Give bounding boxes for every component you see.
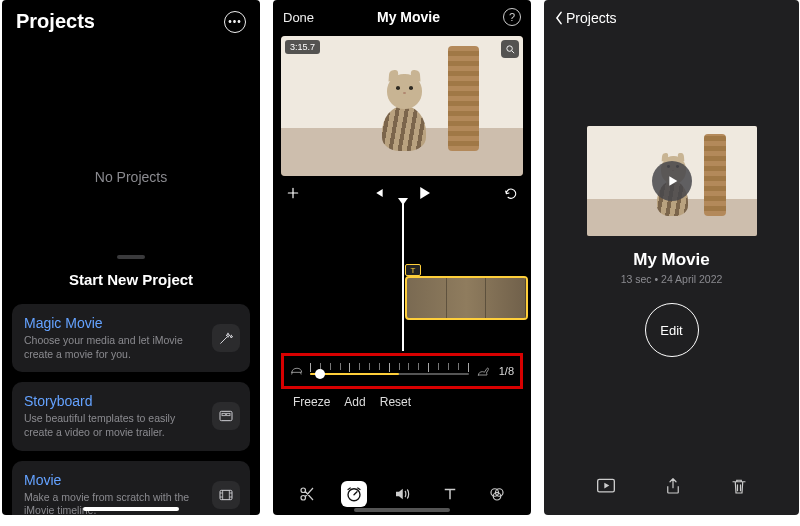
- editor-panel: Done My Movie ? 3:15.7 T: [273, 0, 531, 515]
- delete-project-button[interactable]: [730, 477, 748, 497]
- home-indicator: [83, 507, 179, 511]
- add-media-button[interactable]: [285, 185, 301, 201]
- reset-speed-button[interactable]: Reset: [380, 395, 411, 409]
- speed-control-highlight: 1/8: [281, 353, 523, 389]
- time-remaining-badge: 3:15.7: [285, 40, 320, 54]
- svg-point-4: [506, 45, 512, 51]
- sheet-grabber[interactable]: [117, 255, 145, 259]
- option-title: Storyboard: [24, 393, 206, 409]
- film-icon: [212, 481, 240, 509]
- add-speed-button[interactable]: Add: [344, 395, 365, 409]
- option-title: Movie: [24, 472, 206, 488]
- clip-toolbar: [273, 481, 531, 507]
- volume-tool-button[interactable]: [389, 481, 415, 507]
- project-subtitle: 13 sec • 24 April 2022: [544, 273, 799, 285]
- editor-title: My Movie: [377, 9, 440, 25]
- project-thumbnail[interactable]: [587, 126, 757, 236]
- no-projects-label: No Projects: [2, 169, 260, 185]
- svg-rect-2: [227, 414, 230, 416]
- projects-panel: Projects ••• No Projects Start New Proje…: [2, 0, 260, 515]
- wand-icon: [212, 324, 240, 352]
- titles-tool-button[interactable]: [437, 481, 463, 507]
- title-badge-icon: T: [405, 264, 421, 276]
- speed-value: 1/8: [499, 365, 514, 377]
- storyboard-icon: [212, 402, 240, 430]
- video-preview[interactable]: 3:15.7: [281, 36, 523, 176]
- svg-rect-3: [220, 490, 232, 499]
- home-indicator: [354, 508, 450, 512]
- play-overlay-button[interactable]: [652, 161, 692, 201]
- option-desc: Use beautiful templates to easily create…: [24, 412, 206, 439]
- done-button[interactable]: Done: [283, 10, 314, 25]
- option-magic-movie[interactable]: Magic Movie Choose your media and let iM…: [12, 304, 250, 372]
- share-project-button[interactable]: [664, 477, 682, 497]
- projects-title: Projects: [16, 10, 95, 33]
- play-button[interactable]: [415, 184, 433, 202]
- rabbit-icon: [475, 364, 491, 378]
- svg-rect-1: [222, 414, 225, 416]
- freeze-button[interactable]: Freeze: [293, 395, 330, 409]
- zoom-button[interactable]: [501, 40, 519, 58]
- timeline[interactable]: T: [273, 206, 531, 351]
- speed-slider[interactable]: [310, 363, 469, 379]
- more-options-button[interactable]: •••: [224, 11, 246, 33]
- speed-tool-button[interactable]: [341, 481, 367, 507]
- playhead[interactable]: [402, 202, 404, 351]
- option-storyboard[interactable]: Storyboard Use beautiful templates to ea…: [12, 382, 250, 450]
- edit-button[interactable]: Edit: [645, 303, 699, 357]
- back-button[interactable]: Projects: [554, 10, 617, 26]
- start-new-project-header: Start New Project: [2, 271, 260, 288]
- option-title: Magic Movie: [24, 315, 206, 331]
- tortoise-icon: [290, 364, 304, 378]
- chevron-left-icon: [554, 11, 564, 25]
- selected-clip[interactable]: T: [405, 276, 528, 320]
- option-desc: Choose your media and let iMovie create …: [24, 334, 206, 361]
- filters-tool-button[interactable]: [484, 481, 510, 507]
- option-desc: Make a movie from scratch with the iMovi…: [24, 491, 206, 515]
- undo-button[interactable]: [503, 185, 519, 201]
- project-detail-panel: Projects My Movie 13 sec • 24 April 2022…: [544, 0, 799, 515]
- play-project-button[interactable]: [596, 477, 616, 497]
- actions-tool-button[interactable]: [294, 481, 320, 507]
- help-button[interactable]: ?: [503, 8, 521, 26]
- back-label: Projects: [566, 10, 617, 26]
- prev-frame-button[interactable]: [371, 186, 385, 200]
- project-name: My Movie: [544, 250, 799, 270]
